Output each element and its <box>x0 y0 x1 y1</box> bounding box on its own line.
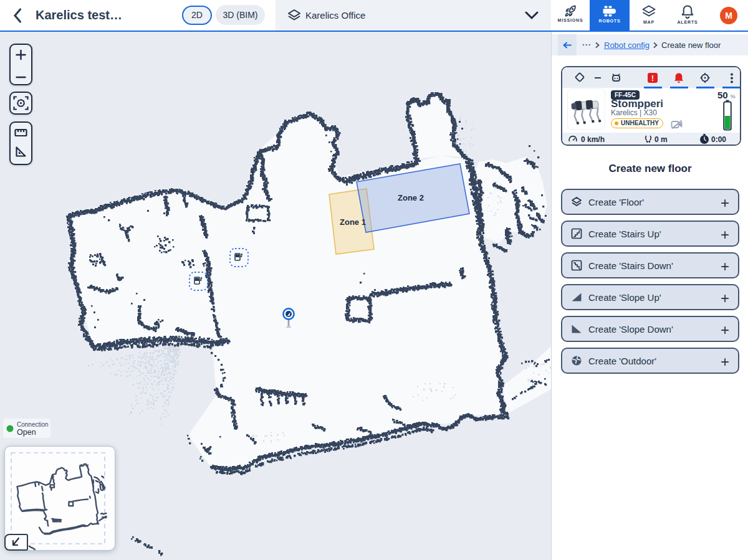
svg-text:!: ! <box>651 74 654 83</box>
svg-text:Zone 1: Zone 1 <box>340 217 366 227</box>
svg-text:Open: Open <box>17 428 36 437</box>
svg-text:Zone 2: Zone 2 <box>398 193 424 202</box>
svg-text:0:00: 0:00 <box>711 135 726 144</box>
svg-text:0 m: 0 m <box>654 135 668 144</box>
svg-text:Connection: Connection <box>17 421 49 428</box>
svg-text:0 km/h: 0 km/h <box>581 135 605 144</box>
